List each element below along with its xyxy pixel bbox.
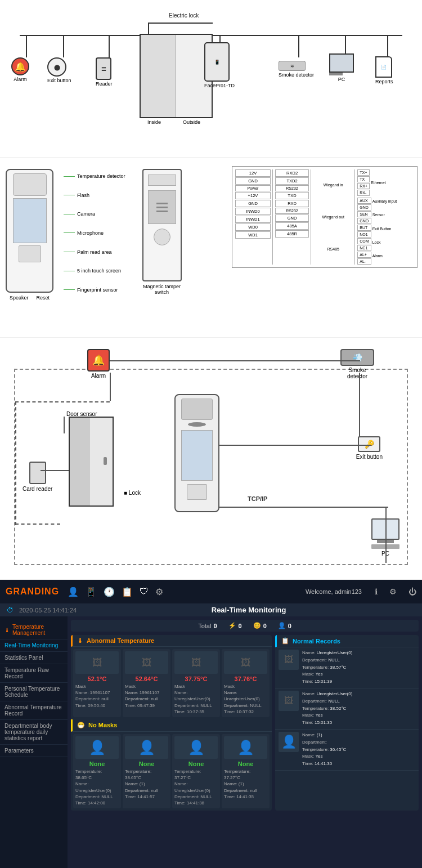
- s3-main-device: [174, 394, 219, 512]
- nav-clock-icon[interactable]: 🕐: [104, 587, 115, 597]
- nm-card2-photo: 👤: [125, 736, 168, 759]
- alarm-label: Alarm: [11, 77, 29, 82]
- nm-card3-photo: 👤: [174, 736, 218, 759]
- sidebar-item-abnormal[interactable]: Abnormal Temperature Record: [0, 701, 68, 720]
- card4-photo: 🖼: [224, 651, 267, 674]
- card2-photo: 🖼: [125, 651, 168, 674]
- card1-meta: Mask Name: 19961107 Department: null Tim…: [75, 683, 119, 709]
- nav-icons[interactable]: 👤 📱 🕐 📋 🛡 ⚙: [68, 587, 297, 597]
- face-stat: 😊 0: [253, 622, 267, 629]
- card3-temp: 37.75°C: [174, 675, 218, 682]
- electric-lock-label: Electric lock: [169, 12, 199, 19]
- no-mask-card-2: 👤 None Temperature: 38.65°C Name: (1) De…: [123, 734, 170, 808]
- exit-button-label: Exit button: [47, 78, 71, 83]
- person-stat: 👤 0: [278, 622, 291, 629]
- nm-card4-label: None: [224, 760, 267, 767]
- power-icon[interactable]: ⏻: [408, 587, 416, 596]
- reports-label: Reports: [375, 79, 393, 84]
- normal-records-header: 📋 Normal Records: [275, 635, 419, 647]
- app-nav: GRANDING 👤 📱 🕐 📋 🛡 ⚙ Welcome, admin123 ℹ…: [0, 580, 422, 603]
- wiring-diagram: 12V GND Power +12V GND INWD0 INWD1 WD0 W…: [232, 166, 417, 268]
- fingerprint-label: Fingerprint sensor: [77, 287, 118, 293]
- s3-exit-btn-label: Exit button: [356, 454, 383, 460]
- nm-card3-label: None: [174, 760, 218, 767]
- card2-temp: 52.64°C: [125, 675, 168, 682]
- device-feature-labels: Temperature detector Flash Camera Microp…: [64, 169, 125, 293]
- nm-card2-label: None: [125, 760, 168, 767]
- reader-label: Reader: [96, 81, 113, 87]
- card3-photo: 🖼: [174, 651, 218, 674]
- warning-stat: ⚡ 0: [228, 622, 242, 629]
- s1-facepro: 📱 FacePro1-TD: [204, 42, 235, 88]
- s3-smoke-label: Smoke detector: [340, 367, 374, 379]
- microphone-label: Microphone: [77, 230, 104, 236]
- sidebar-item-personal-temp[interactable]: Personal Temperature Schedule: [0, 683, 68, 701]
- warning-value: 0: [239, 623, 242, 629]
- total-value: 0: [213, 623, 217, 629]
- s3-card-reader: Card reader: [23, 462, 52, 492]
- temp-mgmt-icon: 🌡: [5, 627, 10, 633]
- record-item-2: 🖼 Name: UnregisterUser(0) Department: NU…: [275, 688, 419, 730]
- card2-meta: Mask Name: 19961107 Department: null Tim…: [125, 683, 168, 709]
- nav-shield-icon[interactable]: 🛡: [140, 587, 149, 597]
- no-masks-header: 😷 No Masks: [71, 719, 272, 732]
- sidebar-item-raw-record[interactable]: Temperature Raw Record: [0, 664, 68, 683]
- nav-clipboard-icon[interactable]: 📋: [122, 587, 133, 597]
- camera-label: Camera: [77, 211, 95, 217]
- no-mask-card-grid: 👤 None Temperature: 38.65°C Name: Unregi…: [71, 732, 272, 811]
- nav-user-icon[interactable]: 👤: [68, 587, 79, 597]
- nm-card4-meta: Temperature: 37.27°C Name: (1) Departmen…: [224, 768, 267, 800]
- s1-reader: ☰ Reader: [96, 57, 113, 87]
- s3-alarm-label: Alarm: [91, 373, 106, 379]
- temp-card-1: 🖼 52.1°C Mask Name: 19961107 Department:…: [73, 649, 121, 717]
- s3-smoke: 💨 Smoke detector: [340, 349, 374, 379]
- sidebar-item-dept-stats[interactable]: Departmental body temperature daily stat…: [0, 720, 68, 745]
- nav-gear-icon[interactable]: ⚙: [155, 587, 163, 597]
- clock-status-icon: ⏱: [7, 606, 14, 614]
- timestamp: 2020-05-25 14:41:24: [19, 607, 77, 614]
- reset-label: Reset: [36, 295, 50, 301]
- facepro-label: FacePro1-TD: [204, 83, 235, 88]
- temp-card-4: 🖼 37.76°C Mask Name: UnregisterUser(0) D…: [222, 649, 270, 717]
- right-panel: 📋 Normal Records 🖼 Name: UnregisterUser(…: [275, 635, 419, 811]
- welcome-text: Welcome, admin123: [306, 588, 362, 595]
- person-value: 0: [288, 623, 291, 629]
- sidebar-item-statistics[interactable]: Statistics Panel: [0, 652, 68, 664]
- smoke-label: Smoke detector: [279, 72, 314, 78]
- s1-pc: PC: [329, 53, 354, 82]
- pc-label: PC: [329, 77, 354, 82]
- nav-phone-icon[interactable]: 📱: [86, 587, 97, 597]
- help-icon[interactable]: ℹ: [375, 587, 378, 596]
- total-stat: Total 0: [198, 622, 217, 629]
- record3-photo: 👤: [279, 732, 299, 752]
- s3-alarm: 🔔 Alarm: [87, 349, 110, 379]
- door-shape: [140, 34, 213, 118]
- record3-meta: Name: (1) Department: Temperature: 36.45…: [302, 732, 346, 768]
- face-value: 0: [263, 623, 267, 629]
- nm-card1-label: None: [75, 760, 119, 767]
- inside-label: Inside: [147, 119, 161, 125]
- card3-meta: Mask Name: UnregisterUser(0) Department:…: [174, 683, 218, 715]
- record2-photo: 🖼: [279, 691, 299, 711]
- no-mask-card-3: 👤 None Temperature: 37.27°C Name: Unregi…: [172, 734, 220, 808]
- device-front-view: Speaker Reset: [6, 169, 53, 301]
- s1-reports: 📄 Reports: [375, 56, 393, 84]
- magnetic-tamper-label: Magnetic tamper switch: [142, 284, 182, 295]
- nm-card3-meta: Temperature: 37.27°C Name: UnregisterUse…: [174, 768, 218, 806]
- section4-dashboard: GRANDING 👤 📱 🕐 📋 🛡 ⚙ Welcome, admin123 ℹ…: [0, 580, 422, 868]
- settings-icon[interactable]: ⚙: [389, 587, 397, 596]
- main-title: Real-Time Monitoring: [82, 606, 415, 614]
- s3-exit-btn: 🔑 Exit button: [356, 436, 383, 460]
- abnormal-temp-header: 🌡 Abnormal Temperature: [71, 635, 272, 647]
- sidebar-item-parameters[interactable]: Parameters: [0, 745, 68, 757]
- app-main-content: Total 0 ⚡ 0 😊 0 👤 0: [68, 616, 422, 868]
- sidebar-item-realtime[interactable]: Real-Time Monitoring: [0, 639, 68, 652]
- section3-connection-diagram: 🔔 Alarm 💨 Smoke detector Door sensor Car…: [0, 338, 422, 580]
- left-panel: 🌡 Abnormal Temperature 🖼 52.1°C Mask Nam…: [71, 635, 272, 811]
- no-mask-card-4: 👤 None Temperature: 37.27°C Name: (1) De…: [222, 734, 270, 808]
- flash-label: Flash: [77, 193, 89, 198]
- s3-lock-label: ■ Lock: [124, 490, 141, 496]
- card1-photo: 🖼: [75, 651, 119, 674]
- s1-alarm: 🔔 Alarm: [11, 57, 29, 82]
- temp-detector-label: Temperature detector: [77, 173, 125, 179]
